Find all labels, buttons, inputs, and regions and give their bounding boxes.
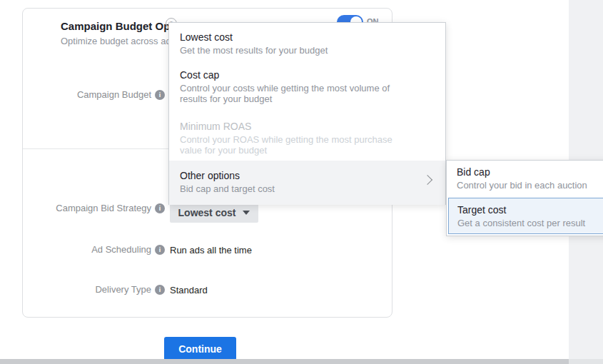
menu-item-desc: Bid cap and target cost [180, 183, 433, 194]
menu-item-lowest-cost[interactable]: Lowest cost Get the most results for you… [169, 31, 445, 56]
info-icon[interactable] [155, 285, 165, 295]
delivery-type-value: Standard [170, 285, 208, 295]
menu-item-title: Other options [180, 169, 445, 182]
ad-scheduling-label: Ad Scheduling [23, 244, 165, 255]
campaign-budget-label-text: Campaign Budget [77, 89, 151, 100]
bid-strategy-submenu: Bid cap Control your bid in each auction… [446, 160, 603, 236]
submenu-item-target-cost[interactable]: Target cost Get a consistent cost per re… [448, 198, 603, 234]
menu-item-other-options[interactable]: Other options Bid cap and target cost [169, 161, 445, 205]
delivery-type-label-text: Delivery Type [95, 284, 151, 295]
menu-item-cost-cap[interactable]: Cost cap Control your costs while gettin… [169, 69, 445, 104]
bid-strategy-button-label: Lowest cost [178, 207, 236, 218]
continue-button[interactable]: Continue [164, 337, 236, 360]
campaign-budget-label: Campaign Budget [23, 89, 165, 100]
info-icon[interactable] [155, 245, 165, 255]
menu-item-desc: Control your ROAS while getting the most… [180, 134, 433, 156]
ad-scheduling-label-text: Ad Scheduling [91, 244, 151, 255]
horizontal-scrollbar[interactable] [0, 359, 569, 364]
scrollbar-corner [569, 359, 603, 364]
bid-strategy-menu: Lowest cost Get the most results for you… [168, 22, 446, 205]
menu-item-title: Cost cap [180, 69, 445, 81]
submenu-item-desc: Get a consistent cost per result [457, 218, 603, 228]
menu-item-minimum-roas: Minimum ROAS Control your ROAS while get… [169, 120, 445, 156]
bid-strategy-label-text: Campaign Bid Strategy [56, 203, 151, 213]
page: Campaign Budget Optimization Optimize bu… [0, 0, 603, 364]
submenu-item-desc: Control your bid in each auction [457, 180, 603, 191]
submenu-item-title: Target cost [457, 203, 603, 216]
ad-scheduling-value: Run ads all the time [170, 245, 252, 256]
bid-strategy-label: Campaign Bid Strategy [23, 203, 165, 213]
info-icon[interactable] [155, 203, 165, 213]
menu-item-title: Lowest cost [180, 31, 445, 44]
submenu-item-title: Bid cap [457, 166, 603, 178]
info-icon[interactable] [155, 90, 165, 100]
menu-item-desc: Get the most results for your budget [180, 45, 433, 56]
submenu-item-bid-cap[interactable]: Bid cap Control your bid in each auction [447, 166, 603, 191]
caret-down-icon [243, 211, 250, 215]
delivery-type-label: Delivery Type [23, 284, 165, 295]
bid-strategy-dropdown-button[interactable]: Lowest cost [170, 202, 258, 223]
menu-item-title: Minimum ROAS [180, 120, 445, 133]
menu-item-desc: Control your costs while getting the mos… [180, 83, 433, 104]
